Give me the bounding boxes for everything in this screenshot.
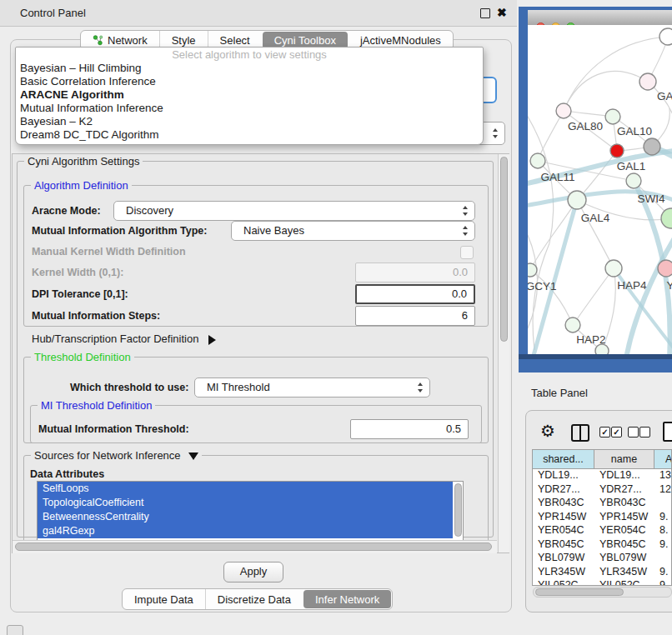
attribute-list-scrollbar[interactable] [454,483,462,537]
kernel-width-field[interactable]: 0.0 [355,262,475,282]
tab-label: Infer Network [315,593,379,606]
node[interactable] [595,344,609,354]
close-panel-icon[interactable]: ✖ [497,6,507,19]
node-y[interactable] [658,260,672,277]
mi-steps-label: Mutual Information Steps: [32,310,160,322]
settings-vscroll-track[interactable] [498,154,509,552]
node-gal4[interactable] [568,191,586,209]
tab-label: Style [172,34,196,47]
network-window-titlebar[interactable] [528,10,672,26]
select-all-icon[interactable]: ✓ [599,427,610,438]
cell: 8. [659,523,668,538]
settings-hscroll-thumb[interactable] [15,542,492,551]
node[interactable] [644,138,660,155]
columns-icon[interactable] [571,424,589,442]
tab-label: Network [108,34,148,47]
mi-type-value: Naive Bayes [243,222,304,240]
tab-label: Discretize Data [218,593,291,606]
collapse-down-arrow-icon[interactable] [188,452,198,460]
node-gal[interactable] [639,73,656,90]
edge [564,71,648,111]
cell: 9 [659,578,665,585]
table-header-row: shared...nameA [533,450,672,469]
mi-threshold-label: Mutual Information Threshold: [38,423,189,435]
node-hap4[interactable] [605,260,622,277]
table-row[interactable]: YIL052CYIL052C9 [533,578,671,585]
cell: YDR27... [538,482,580,497]
node-gal10[interactable] [605,109,620,124]
node-gal1[interactable] [610,144,624,158]
document-icon[interactable] [663,422,672,442]
algorithm-option-bayesian-k2[interactable]: Bayesian – K2 [16,115,483,128]
column-header-a[interactable]: A [654,450,672,468]
expand-right-arrow-icon[interactable] [208,335,216,345]
sources-legend[interactable]: Sources for Network Inference [31,449,202,462]
algorithm-option-basic-correlation-inference[interactable]: Basic Correlation Inference [16,75,483,88]
mi-steps-field[interactable]: 6 [355,306,475,326]
network-graph: GALGAL80GAL10GAL1GAL11SWI4GAL4GCY1HAP4YH… [528,25,672,354]
manual-kernel-checkbox[interactable] [460,246,474,259]
settings-vscroll-thumb[interactable] [500,157,508,342]
table-row[interactable]: YDL19...YDL19...13 [533,468,671,482]
tab-impute-data[interactable]: Impute Data [123,589,205,609]
table-row[interactable]: YDR27...YDR27...12 [533,482,671,497]
node[interactable] [659,28,672,45]
cell: YBR045C [538,538,584,552]
algorithm-option-dream8-dc-tdc-algorithm[interactable]: Dream8 DC_TDC Algorithm [16,128,483,142]
column-header-shared[interactable]: shared... [533,450,594,468]
column-header-name[interactable]: name [594,450,654,468]
attribute-item-topologicalcoefficient[interactable]: TopologicalCoefficient [38,496,453,510]
mi-threshold-field[interactable]: 0.5 [350,419,469,439]
mi-type-combo[interactable]: Naive Bayes [231,221,475,241]
table-row[interactable]: YPR145WYPR145W9. [533,510,671,524]
table-row[interactable]: YER054CYER054C8. [533,523,671,538]
attribute-item-gal4rgexp[interactable]: gal4RGexp [38,524,453,538]
algorithm-option-mutual-information-inference[interactable]: Mutual Information Inference [16,102,483,115]
dpi-tolerance-field[interactable]: 0.0 [355,284,475,304]
cell: YER054C [599,523,646,538]
table-row[interactable]: YBR043CYBR043C [533,496,671,510]
attribute-item-selfloops[interactable]: SelfLoops [38,482,453,496]
hub-definition-label[interactable]: Hub/Transcription Factor Definition [32,332,216,345]
kernel-width-label: Kernel Width (0,1): [32,267,123,278]
deselect-all-icon[interactable] [628,427,639,438]
apply-button[interactable]: Apply [223,562,283,582]
node-swi4[interactable] [626,173,641,188]
table-row[interactable]: YLR345WYLR345W9. [533,565,671,579]
table-hscroll-thumb[interactable] [535,588,624,596]
node-label: GAL10 [617,125,652,138]
node[interactable] [661,208,672,228]
node-label: GAL1 [617,160,646,172]
node-table: shared...nameA YDL19...YDL19...13YDR27..… [532,449,672,586]
aracne-mode-combo[interactable]: Discovery [113,201,475,221]
control-panel-titlebar: Control Panel ✖ [0,0,517,27]
which-threshold-combo[interactable]: MI Threshold [194,378,430,398]
algorithm-dropdown-popup: Select algorithm to view settings Bayesi… [15,47,484,145]
table-row[interactable]: YBL079WYBL079W [533,551,671,565]
tab-label: Select [220,34,250,47]
network-icon [93,35,103,46]
algorithm-option-aracne-algorithm[interactable]: ARACNE Algorithm [16,88,483,102]
node-gal80[interactable] [556,103,571,118]
settings-hscroll-track[interactable] [13,540,497,553]
table-hscroll-track[interactable] [533,587,672,598]
attribute-item-betweennesscentrality[interactable]: BetweennessCentrality [38,510,453,524]
tab-discretize-data[interactable]: Discretize Data [205,589,303,609]
data-attributes-list[interactable]: SelfLoopsTopologicalCoefficientBetweenne… [37,481,464,541]
algorithm-option-bayesian-hill-climbing[interactable]: Bayesian – Hill Climbing [16,62,483,75]
node-gal11[interactable] [530,153,545,168]
select-all-icon[interactable]: ✓ [611,427,622,438]
minimized-panel-icon[interactable] [7,625,23,635]
cell: 9. [659,510,668,524]
node-gcy1[interactable] [528,263,537,277]
edge [538,111,564,161]
tab-label: Cyni Toolbox [274,34,336,47]
network-canvas[interactable]: GALGAL80GAL10GAL1GAL11SWI4GAL4GCY1HAP4YH… [528,25,672,354]
float-panel-icon[interactable] [480,8,490,18]
aracne-mode-value: Discovery [126,202,173,220]
table-row[interactable]: YBR045CYBR045C9. [533,538,671,552]
gear-icon[interactable]: ⚙ [540,421,555,441]
deselect-all-icon[interactable] [639,427,650,438]
node-hap2[interactable] [565,318,580,332]
tab-infer-network[interactable]: Infer Network [303,590,391,608]
